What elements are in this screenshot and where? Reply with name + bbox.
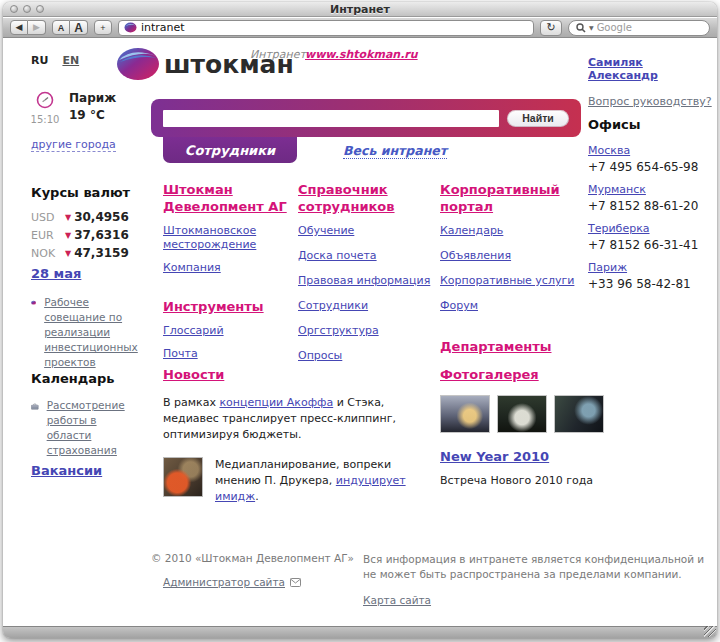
office-city-link[interactable]: Териберка bbox=[588, 222, 650, 235]
news-inline-link[interactable]: концепции Акоффа bbox=[219, 396, 333, 409]
section-employee-directory[interactable]: Справочник сотрудников bbox=[298, 181, 436, 215]
site-label: Интранет bbox=[250, 48, 306, 61]
news-title-link[interactable]: Новости bbox=[163, 366, 224, 383]
refresh-button[interactable]: ↻ bbox=[540, 20, 562, 36]
nav-link[interactable]: Правовая информация bbox=[298, 274, 430, 288]
section-corporate-portal[interactable]: Корпоративный портал bbox=[440, 181, 585, 215]
gallery-photo-2[interactable] bbox=[497, 395, 547, 433]
search-submit-button[interactable]: Найти bbox=[507, 110, 569, 127]
rate-down-icon: ▼ bbox=[65, 231, 71, 240]
other-cities-link[interactable]: другие города bbox=[31, 138, 116, 152]
sitemap-link[interactable]: Карта сайта bbox=[363, 593, 431, 608]
weather-city: Париж bbox=[69, 91, 116, 105]
rate-down-icon: ▼ bbox=[65, 249, 71, 258]
gallery-title-link[interactable]: Фотогалерея bbox=[440, 366, 539, 383]
gallery-photo-1[interactable] bbox=[440, 395, 490, 433]
user-profile-link[interactable]: Самиляк Александр bbox=[588, 56, 716, 82]
nav-link[interactable]: Обучение bbox=[298, 224, 354, 238]
magnifier-icon bbox=[576, 23, 586, 33]
weather-widget: 15:10 Париж 19 °C bbox=[29, 91, 139, 125]
calendar-widget: Календарь Рассмотрение работы в области … bbox=[31, 371, 143, 458]
nav-link[interactable]: Глоссарий bbox=[163, 324, 224, 338]
offices-widget: Офисы Москва +7 495 654-65-98 Мурманск +… bbox=[588, 117, 716, 300]
nav-link[interactable]: Опросы bbox=[298, 349, 342, 363]
vacancies-link[interactable]: Вакансии bbox=[31, 463, 102, 478]
increase-font-button[interactable]: A bbox=[70, 20, 88, 35]
section-tools[interactable]: Инструменты bbox=[163, 298, 264, 315]
briefcase-icon bbox=[31, 398, 39, 415]
office-phone: +7 495 654-65-98 bbox=[588, 160, 716, 174]
browser-window: Интранет ◀ ▶ A A + intranet ↻ bbox=[3, 2, 717, 638]
browser-toolbar: ◀ ▶ A A + intranet ↻ ▼ bbox=[3, 18, 717, 38]
nav-link[interactable]: Календарь bbox=[440, 224, 503, 238]
calendar-title: Календарь bbox=[31, 371, 143, 386]
address-text: intranet bbox=[141, 21, 185, 34]
nav-link[interactable]: Компания bbox=[163, 261, 221, 275]
nav-link[interactable]: Сотрудники bbox=[298, 299, 368, 313]
address-bar[interactable]: intranet bbox=[118, 20, 534, 36]
decrease-font-button[interactable]: A bbox=[52, 20, 70, 35]
gallery-photo-3[interactable] bbox=[554, 395, 604, 433]
tab-whole-intranet[interactable]: Весь интранет bbox=[343, 143, 447, 159]
date-link[interactable]: 28 мая bbox=[31, 266, 81, 281]
google-search-field[interactable]: ▼ bbox=[568, 20, 710, 36]
office-city-link[interactable]: Москва bbox=[588, 144, 630, 157]
currency-rates-widget: Курсы валют USD ▼ 30,4956 EUR ▼ 37,6316 … bbox=[31, 185, 146, 264]
window-title: Интранет bbox=[3, 3, 717, 16]
office-paris: Париж +33 96 58-42-81 bbox=[588, 261, 716, 291]
tab-employees[interactable]: Сотрудники bbox=[163, 137, 297, 163]
album-link[interactable]: New Year 2010 bbox=[440, 449, 549, 464]
office-phone: +7 8152 66-31-41 bbox=[588, 238, 716, 252]
office-city-link[interactable]: Париж bbox=[588, 261, 627, 274]
forward-button[interactable]: ▶ bbox=[28, 20, 46, 35]
nav-column-1: Штокман Девелопмент АГ Штокмановское мес… bbox=[163, 181, 291, 384]
calendar-event-link[interactable]: Рассмотрение работы в области страховани… bbox=[47, 398, 143, 458]
lang-en-link[interactable]: EN bbox=[62, 54, 79, 67]
back-button[interactable]: ◀ bbox=[10, 20, 28, 35]
currency-title: Курсы валют bbox=[31, 185, 146, 200]
weather-temperature: 19 °C bbox=[69, 108, 116, 122]
forward-arrow-icon: ▶ bbox=[33, 23, 40, 32]
window-statusbar bbox=[3, 626, 717, 638]
today-event-link[interactable]: Рабочее совещание по реализации инвестиц… bbox=[44, 295, 143, 370]
news-widget: Новости В рамках концепции Акоффа и Стэк… bbox=[163, 366, 435, 505]
nav-link[interactable]: Штокмановское месторождение bbox=[163, 224, 291, 252]
site-admin-link[interactable]: Администратор сайта bbox=[163, 576, 285, 588]
office-teriberka: Териберка +7 8152 66-31-41 bbox=[588, 222, 716, 252]
mail-icon bbox=[290, 578, 301, 587]
office-moscow: Москва +7 495 654-65-98 bbox=[588, 144, 716, 174]
resize-grip[interactable] bbox=[704, 626, 716, 637]
nav-link[interactable]: Форум bbox=[440, 299, 478, 313]
event-logo-icon bbox=[31, 295, 36, 310]
search-input[interactable] bbox=[163, 110, 499, 127]
news-item-2: Медиапланирование, вопреки мнению П. Дру… bbox=[163, 457, 435, 505]
window-titlebar[interactable]: Интранет bbox=[3, 2, 717, 17]
disclaimer-text: Вся информация в интранете является конф… bbox=[363, 552, 708, 582]
section-departments[interactable]: Департаменты bbox=[440, 338, 551, 355]
back-arrow-icon: ◀ bbox=[16, 23, 23, 32]
news-thumbnail-image[interactable] bbox=[163, 457, 203, 497]
nav-link[interactable]: Почта bbox=[163, 347, 198, 361]
nav-link[interactable]: Объявления bbox=[440, 249, 511, 263]
add-bookmark-button[interactable]: + bbox=[94, 20, 112, 35]
nav-link[interactable]: Оргструктура bbox=[298, 324, 379, 338]
lang-ru[interactable]: RU bbox=[31, 54, 48, 67]
footer-copyright-block: © 2010 «Штокман Девелопмент АГ» Админист… bbox=[151, 552, 361, 588]
nav-link[interactable]: Корпоративные услуги bbox=[440, 274, 574, 288]
currency-row-eur: EUR ▼ 37,6316 bbox=[31, 228, 146, 242]
intranet-search-bar: Найти bbox=[151, 99, 581, 137]
nav-link[interactable]: Доска почета bbox=[298, 249, 377, 263]
news-item-1: В рамках концепции Акоффа и Стэка, медиа… bbox=[163, 395, 435, 443]
copyright-text: © 2010 «Штокман Девелопмент АГ» bbox=[151, 552, 361, 564]
section-shtokman-development[interactable]: Штокман Девелопмент АГ bbox=[163, 181, 291, 215]
site-favicon-icon bbox=[124, 22, 137, 33]
google-search-input[interactable] bbox=[597, 22, 687, 33]
footer-disclaimer-block: Вся информация в интранете является конф… bbox=[363, 552, 708, 608]
refresh-icon: ↻ bbox=[546, 21, 555, 34]
site-url-link[interactable]: www.shtokman.ru bbox=[305, 48, 418, 61]
office-city-link[interactable]: Мурманск bbox=[588, 183, 646, 196]
nav-column-2: Справочник сотрудников Обучение Доска по… bbox=[298, 181, 436, 388]
office-murmansk: Мурманск +7 8152 88-61-20 bbox=[588, 183, 716, 213]
question-to-management-link[interactable]: Вопрос руководству? bbox=[588, 95, 712, 108]
currency-row-nok: NOK ▼ 47,3159 bbox=[31, 246, 146, 260]
